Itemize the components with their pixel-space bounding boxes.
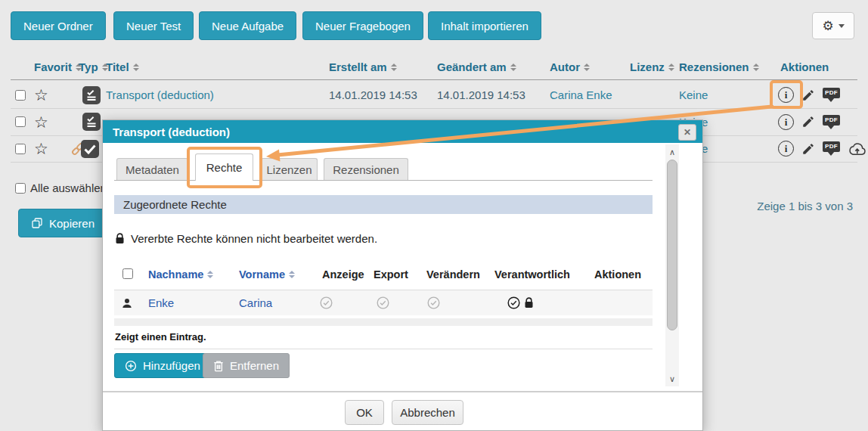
settings-menu-button[interactable]: ⚙	[812, 12, 854, 39]
sort-icon	[510, 64, 516, 71]
remove-button[interactable]: Entfernen	[203, 353, 290, 378]
anzeige-label: Anzeige	[322, 268, 364, 281]
row-checkbox[interactable]	[15, 144, 26, 154]
tab-metadaten[interactable]: Metadaten	[116, 158, 188, 181]
verantwortlich-cell	[507, 290, 534, 315]
export-label: Export	[374, 268, 408, 281]
cancel-button[interactable]: Abbrechen	[392, 400, 463, 425]
rights-column-aktionen: Aktionen	[594, 268, 641, 281]
rights-dialog: Transport (deduction) ✕ Metadaten Rechte…	[102, 119, 703, 431]
select-all-checkbox[interactable]	[15, 183, 26, 194]
row-title-link[interactable]: Transport (deduction)	[106, 82, 214, 108]
edit-pencil-icon[interactable]	[801, 88, 815, 102]
row-checkbox[interactable]	[15, 90, 26, 101]
column-rezensionen-label: Rezensionen	[679, 60, 749, 73]
rights-column-veraendern: Verändern	[426, 268, 480, 281]
import-content-button[interactable]: Inhalt importieren	[428, 11, 541, 40]
row-author-link[interactable]: Carina Enke	[550, 82, 612, 108]
section-header: Zugeordnete Rechte	[114, 195, 653, 214]
column-geaendert[interactable]: Geändert am	[437, 60, 516, 73]
info-icon[interactable]: i	[778, 114, 794, 130]
rights-column-nachname[interactable]: Nachname	[148, 268, 213, 281]
scrollbar-thumb[interactable]	[667, 160, 677, 330]
verantwortlich-check-icon	[507, 296, 520, 309]
tab-lizenzen-label: Lizenzen	[266, 163, 312, 176]
dialog-titlebar: Transport (deduction)	[103, 120, 702, 143]
cancel-button-label: Abbrechen	[400, 406, 455, 419]
edit-pencil-icon[interactable]	[801, 142, 815, 156]
dialog-footer-divider	[103, 391, 702, 392]
column-rezensionen[interactable]: Rezensionen	[679, 60, 759, 73]
column-autor[interactable]: Autor	[550, 60, 590, 73]
info-icon[interactable]: i	[778, 141, 794, 157]
row-reviews: Keine	[679, 82, 708, 108]
row-checkbox[interactable]	[15, 116, 26, 127]
rights-summary: Zeigt einen Eintrag.	[115, 331, 206, 343]
new-task-button[interactable]: Neue Aufgabe	[199, 11, 296, 40]
row-modified: 14.01.2019 14:53	[437, 82, 525, 108]
column-erstellt[interactable]: Erstellt am	[329, 60, 397, 73]
rights-row: Enke Carina	[114, 290, 653, 315]
tab-lizenzen[interactable]: Lizenzen	[261, 158, 318, 181]
close-icon[interactable]: ✕	[678, 124, 696, 141]
new-task-label: Neue Aufgabe	[212, 20, 284, 33]
pdf-export-icon[interactable]: PDF	[823, 115, 840, 129]
lastname-link[interactable]: Enke	[148, 290, 174, 315]
tab-rezensionen[interactable]: Rezensionen	[324, 158, 408, 181]
tab-rechte[interactable]: Rechte	[195, 153, 253, 181]
scroll-down-icon[interactable]: ∨	[665, 373, 679, 385]
tab-metadaten-label: Metadaten	[126, 163, 179, 176]
table-header: Favorit Typ Titel Erstellt am Geändert a…	[11, 60, 857, 79]
column-aktionen-label: Aktionen	[780, 60, 829, 73]
dialog-scrollbar[interactable]: ∧ ∨	[665, 144, 679, 386]
column-lizenz[interactable]: Lizenz	[630, 60, 674, 73]
new-folder-button[interactable]: Neuer Ordner	[11, 11, 106, 40]
pdf-export-icon[interactable]: PDF	[823, 88, 840, 102]
sort-icon	[207, 271, 213, 278]
column-autor-label: Autor	[550, 60, 580, 73]
sort-icon	[584, 64, 590, 71]
favorite-star-icon[interactable]: ☆	[34, 141, 48, 157]
veraendern-label: Verändern	[426, 268, 480, 281]
column-geaendert-label: Geändert am	[437, 60, 507, 73]
inherited-rights-notice: Vererbte Rechte können nicht bearbeitet …	[115, 232, 377, 245]
veraendern-check-icon	[427, 290, 440, 315]
firstname-link[interactable]: Carina	[239, 290, 272, 315]
column-titel[interactable]: Titel	[106, 60, 139, 73]
edit-pencil-icon[interactable]	[801, 115, 815, 129]
rights-column-anzeige: Anzeige	[322, 268, 364, 281]
copy-button-label: Kopieren	[49, 217, 95, 230]
plus-circle-icon	[125, 360, 137, 372]
column-typ[interactable]: Typ	[79, 60, 108, 73]
vorname-label: Vorname	[239, 268, 285, 281]
tab-rechte-label: Rechte	[206, 161, 243, 174]
info-icon[interactable]: i	[778, 87, 794, 103]
sort-icon	[668, 64, 674, 71]
anzeige-check-icon	[320, 290, 333, 315]
ok-button[interactable]: OK	[345, 400, 384, 425]
cloud-upload-icon[interactable]	[848, 142, 866, 156]
sort-icon	[133, 64, 139, 71]
favorite-star-icon[interactable]: ☆	[34, 114, 48, 130]
new-test-button[interactable]: Neuer Test	[113, 11, 194, 40]
rights-table-footer-strip	[114, 318, 653, 326]
rights-column-vorname[interactable]: Vorname	[239, 268, 295, 281]
sort-icon	[289, 271, 295, 278]
scroll-up-icon[interactable]: ∧	[665, 146, 679, 158]
column-favorit[interactable]: Favorit	[34, 60, 82, 73]
copy-button[interactable]: Kopieren	[18, 209, 107, 237]
rights-column-verantwortlich: Verantwortlich	[494, 268, 570, 281]
tab-rezensionen-label: Rezensionen	[333, 163, 399, 176]
pdf-export-icon[interactable]: PDF	[823, 141, 840, 156]
notice-text: Vererbte Rechte können nicht bearbeitet …	[131, 232, 377, 245]
copy-icon	[31, 217, 43, 229]
new-questionnaire-button[interactable]: Neuer Fragebogen	[302, 11, 423, 40]
column-titel-label: Titel	[106, 60, 129, 73]
add-button[interactable]: Hinzufügen	[114, 353, 211, 378]
favorite-star-icon[interactable]: ☆	[34, 87, 48, 103]
rights-select-all-checkbox[interactable]	[122, 268, 133, 279]
row-created: 14.01.2019 14:53	[329, 82, 417, 108]
select-all-control: Alle auswählen	[15, 181, 107, 194]
new-folder-label: Neuer Ordner	[23, 20, 93, 33]
rights-divider	[114, 349, 653, 349]
